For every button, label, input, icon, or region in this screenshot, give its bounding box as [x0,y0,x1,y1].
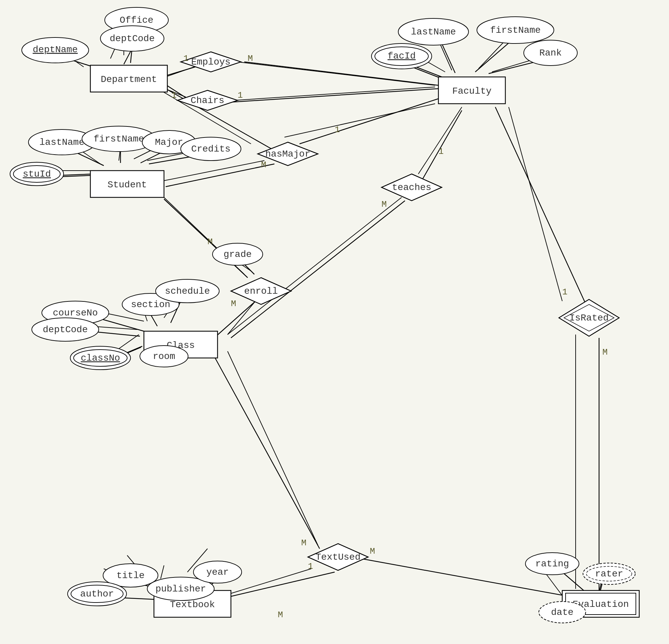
deptCode-class-label: deptCode [43,325,88,335]
office-label: Office [120,15,154,25]
svg-line-74 [214,356,319,549]
lastName-fac-label: lastName [411,27,456,37]
stuId-label: stuId [23,169,51,179]
svg-line-67 [97,318,144,331]
facId-label: facId [387,51,416,61]
svg-line-64 [214,298,259,338]
svg-line-48 [232,89,438,102]
chairs-card-dept: 1 [171,90,177,100]
chairs-label: Chairs [191,95,225,106]
hasMajor-label: hasMajor [266,149,310,159]
teaches-card-fac: 1 [438,146,444,157]
room-label: room [153,351,175,362]
schedule-label: schedule [165,286,210,297]
date-label: date [551,607,573,618]
employs-label: Employs [191,57,231,67]
svg-line-62 [164,199,248,278]
textUsed-card-text: 1 [308,561,313,571]
rater-label: rater [595,569,623,579]
employs-card-dept: 1 [183,54,189,63]
textUsed-card-bottom: M [278,610,283,620]
svg-line-63 [244,264,254,274]
rating-label: rating [536,559,569,569]
year-label: year [206,567,229,577]
firstName-stu-label: firstName [94,134,144,144]
svg-line-52 [411,67,441,78]
svg-line-80 [495,107,589,311]
rank-label: Rank [539,48,561,58]
isRated-card-fac: 1 [562,287,568,297]
publisher-label: publisher [155,584,206,594]
author-label: author [80,589,114,599]
employs-card-fac: M [248,54,253,63]
textUsed-card-m2: M [370,546,375,556]
hasMajor-card-fac: 1 [334,125,340,135]
enroll-card-class: M [231,299,236,309]
hasMajor-card-stu: M [261,160,266,170]
svg-line-54 [300,99,438,144]
chairs-card-fac: 1 [238,90,243,100]
title-label: title [116,570,145,581]
teaches-label: teaches [392,182,431,193]
faculty-label: Faculty [452,86,492,96]
student-label: Student [108,180,147,190]
grade-label: grade [224,249,252,260]
svg-line-69 [151,314,157,326]
textbook-label: Textbook [170,600,215,610]
svg-line-65 [422,110,462,181]
svg-line-55 [166,164,274,187]
svg-line-49 [442,43,455,73]
svg-line-66 [231,201,405,338]
textUsed-card-class: M [301,538,307,548]
department-label: Department [101,74,157,85]
lastName-stu-label: lastName [40,137,84,147]
svg-line-45 [167,85,187,99]
courseNo-label: courseNo [53,308,98,318]
firstName-fac-label: firstName [490,25,540,35]
credits-label: Credits [191,144,231,154]
enroll-card-stu: M [208,237,213,247]
svg-line-50 [475,40,512,72]
svg-line-75 [228,572,334,597]
deptCode-label: deptCode [110,33,155,44]
isRated-card-eval: M [602,347,608,357]
major-label: Major [155,137,183,147]
section-label: section [131,299,170,310]
textUsed-label: TextUsed [316,552,360,562]
teaches-card-class: M [382,199,387,210]
svg-line-82 [562,572,586,592]
enroll-label: enroll [244,286,278,297]
deptName-label: deptName [33,44,77,55]
classNo-label: classNo [81,353,120,363]
isRated-label: IsRated [569,313,609,323]
